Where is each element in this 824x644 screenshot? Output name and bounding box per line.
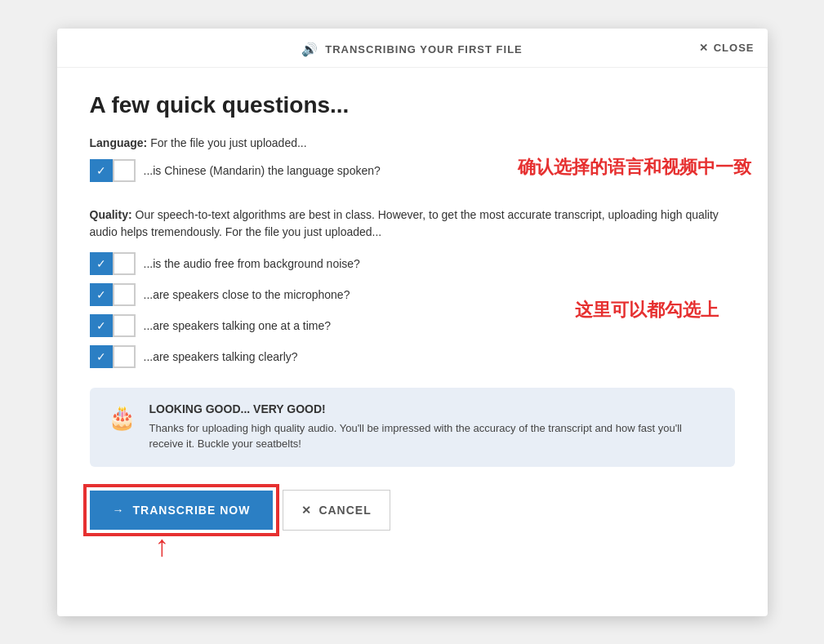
- speaker-icon: 🔊: [301, 42, 318, 57]
- quality-label: Quality: Our speech-to-text algorithms a…: [90, 207, 735, 241]
- close-label: CLOSE: [714, 42, 755, 54]
- language-bold: Language:: [90, 136, 148, 149]
- quality-unchecked-3: [113, 314, 136, 337]
- quality-toggle-checked-4: ✓: [90, 345, 113, 368]
- modal-body: A few quick questions... Language: For t…: [57, 68, 768, 555]
- close-button[interactable]: ✕ CLOSE: [699, 42, 755, 54]
- quality-toggle-2[interactable]: ✓: [90, 283, 136, 306]
- quality-section: Quality: Our speech-to-text algorithms a…: [90, 207, 735, 368]
- quality-unchecked-2: [113, 283, 136, 306]
- quality-toggle-checked-2: ✓: [90, 283, 113, 306]
- cancel-x-icon: ✕: [301, 504, 312, 517]
- quality-checkbox-row-4: ✓ ...are speakers talking clearly?: [90, 345, 735, 368]
- looking-good-content: LOOKING GOOD... VERY GOOD! Thanks for up…: [149, 402, 717, 452]
- quality-rest: Our speech-to-text algorithms are best i…: [90, 208, 719, 238]
- language-row: ✓ ...is Chinese (Mandarin) the language …: [90, 159, 735, 190]
- footer-actions: → TRANSCRIBE NOW ✕ CANCEL ↑: [90, 490, 735, 531]
- language-label: Language: For the file you just uploaded…: [90, 136, 735, 149]
- quality-toggle-checked-1: ✓: [90, 252, 113, 275]
- toggle-checked-icon: ✓: [90, 159, 113, 182]
- quality-unchecked-1: [113, 252, 136, 275]
- cake-icon: 🎂: [108, 404, 136, 431]
- language-section: Language: For the file you just uploaded…: [90, 136, 735, 190]
- quality-label-1: ...is the audio free from background noi…: [144, 257, 360, 270]
- quality-toggle-checked-3: ✓: [90, 314, 113, 337]
- quality-annotation: 这里可以都勾选上: [575, 298, 719, 322]
- cancel-button[interactable]: ✕ CANCEL: [283, 490, 390, 531]
- close-x-icon: ✕: [699, 42, 709, 54]
- quality-checkbox-row-1: ✓ ...is the audio free from background n…: [90, 252, 735, 275]
- quality-bold: Quality:: [90, 208, 132, 221]
- language-rest: For the file you just uploaded...: [147, 136, 306, 149]
- quality-label-4: ...are speakers talking clearly?: [144, 350, 298, 363]
- header-title-text: TRANSCRIBING YOUR FIRST FILE: [325, 43, 523, 56]
- looking-good-text: Thanks for uploading high quality audio.…: [149, 420, 717, 452]
- quality-toggle-3[interactable]: ✓: [90, 314, 136, 337]
- quality-unchecked-4: [113, 345, 136, 368]
- language-checkbox-row: ✓ ...is Chinese (Mandarin) the language …: [90, 159, 381, 182]
- looking-good-title: LOOKING GOOD... VERY GOOD!: [149, 402, 717, 415]
- quality-label-2: ...are speakers close to the microphone?: [144, 288, 350, 301]
- transcribe-now-button[interactable]: → TRANSCRIBE NOW: [90, 491, 274, 530]
- toggle-unchecked-box: [113, 159, 136, 182]
- looking-good-box: 🎂 LOOKING GOOD... VERY GOOD! Thanks for …: [90, 388, 735, 467]
- modal-header: 🔊 TRANSCRIBING YOUR FIRST FILE ✕ CLOSE: [57, 29, 768, 68]
- transcribe-label: TRANSCRIBE NOW: [133, 504, 251, 517]
- header-title: 🔊 TRANSCRIBING YOUR FIRST FILE: [301, 42, 523, 57]
- language-annotation: 确认选择的语言和视频中一致: [518, 155, 751, 180]
- quality-checkboxes: ✓ ...is the audio free from background n…: [90, 252, 735, 368]
- arrow-right-icon: →: [113, 504, 125, 517]
- cancel-label: CANCEL: [318, 504, 371, 517]
- arrow-annotation: ↑: [155, 529, 170, 563]
- main-heading: A few quick questions...: [90, 92, 735, 118]
- quality-toggle-4[interactable]: ✓: [90, 345, 136, 368]
- language-toggle[interactable]: ✓: [90, 159, 136, 182]
- modal-container: 🔊 TRANSCRIBING YOUR FIRST FILE ✕ CLOSE A…: [57, 29, 768, 616]
- language-checkbox-label: ...is Chinese (Mandarin) the language sp…: [144, 164, 381, 177]
- quality-toggle-1[interactable]: ✓: [90, 252, 136, 275]
- quality-label-3: ...are speakers talking one at a time?: [144, 319, 332, 332]
